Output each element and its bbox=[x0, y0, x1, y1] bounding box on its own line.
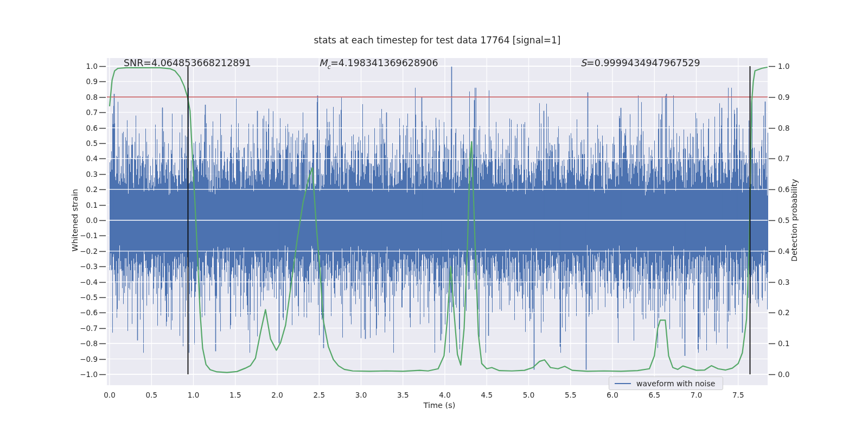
y-left-tick-label: −0.2 bbox=[64, 246, 98, 257]
y-left-tick-label: 0.1 bbox=[64, 200, 98, 210]
y-left-tick-label: 0.8 bbox=[64, 92, 98, 103]
y-left-tick-label: −1.0 bbox=[64, 369, 98, 380]
y-right-tick-label: 1.0 bbox=[778, 61, 812, 72]
annotation-snr-value: =4.064853668212891 bbox=[143, 58, 251, 68]
annotation-chirp-mass: Mc=4.198341369628906 bbox=[319, 58, 438, 71]
y-right-tick-label: 0.4 bbox=[778, 246, 812, 257]
y-left-tick-label: 0.5 bbox=[64, 138, 98, 149]
y-right-tick-label: 0.6 bbox=[778, 184, 812, 195]
y-left-tick-label: 0.4 bbox=[64, 153, 98, 164]
x-tick-label: 0.5 bbox=[139, 390, 163, 400]
y-left-tick-label: 0.2 bbox=[64, 184, 98, 195]
y-left-tick-label: −0.7 bbox=[64, 323, 98, 334]
x-tick-label: 0.0 bbox=[98, 390, 122, 400]
annotation-snr: SNR=4.064853668212891 bbox=[124, 58, 251, 68]
y-right-tick-label: 0.7 bbox=[778, 153, 812, 164]
legend-waveform-line-swatch bbox=[615, 383, 631, 384]
y-left-tick-label: −0.9 bbox=[64, 354, 98, 365]
annotation-s-prefix: S bbox=[580, 58, 586, 68]
y-right-tick-label: 0.9 bbox=[778, 92, 812, 103]
y-right-tick-label: 0.3 bbox=[778, 277, 812, 288]
x-tick-label: 1.0 bbox=[182, 390, 206, 400]
x-tick-label: 6.0 bbox=[601, 390, 624, 400]
y-right-tick-label: 0.8 bbox=[778, 123, 812, 133]
y-left-tick-label: 0.3 bbox=[64, 169, 98, 180]
x-tick-label: 2.5 bbox=[307, 390, 331, 400]
annotation-snr-prefix: SNR bbox=[124, 58, 143, 68]
legend[interactable]: waveform with noise bbox=[609, 376, 723, 390]
x-tick-label: 6.5 bbox=[642, 390, 666, 400]
x-tick-label: 7.5 bbox=[726, 390, 750, 400]
x-tick-label: 3.5 bbox=[391, 390, 415, 400]
y-left-tick-label: 1.0 bbox=[64, 61, 98, 72]
y-left-tick-label: −0.4 bbox=[64, 277, 98, 288]
legend-waveform-label: waveform with noise bbox=[636, 379, 715, 388]
y-left-tick-label: −0.1 bbox=[64, 230, 98, 241]
x-tick-label: 4.5 bbox=[475, 390, 499, 400]
annotation-mc-value: =4.198341369628906 bbox=[330, 58, 438, 68]
x-tick-label: 5.5 bbox=[559, 390, 583, 400]
x-tick-label: 5.0 bbox=[517, 390, 541, 400]
annotation-significance: S=0.9999434947967529 bbox=[580, 58, 700, 68]
y-left-tick-label: −0.3 bbox=[64, 261, 98, 272]
x-tick-label: 1.5 bbox=[224, 390, 247, 400]
x-axis-label: Time (s) bbox=[424, 401, 456, 410]
y-left-tick-label: 0.9 bbox=[64, 76, 98, 87]
x-tick-label: 2.0 bbox=[265, 390, 289, 400]
y-left-tick-label: −0.8 bbox=[64, 338, 98, 349]
y-right-tick-label: 0.2 bbox=[778, 307, 812, 318]
y-left-tick-label: 0.7 bbox=[64, 107, 98, 118]
annotation-s-value: =0.9999434947967529 bbox=[586, 58, 700, 68]
x-tick-label: 7.0 bbox=[685, 390, 709, 400]
x-tick-label: 4.0 bbox=[433, 390, 457, 400]
y-right-tick-label: 0.1 bbox=[778, 338, 812, 349]
y-left-tick-label: 0.6 bbox=[64, 123, 98, 133]
y-left-tick-label: 0.0 bbox=[64, 215, 98, 226]
x-tick-label: 3.0 bbox=[349, 390, 373, 400]
annotation-mc-prefix: M bbox=[319, 58, 327, 68]
y-right-tick-label: 0.5 bbox=[778, 215, 812, 226]
y-left-tick-label: −0.6 bbox=[64, 307, 98, 318]
chart-title: stats at each timestep for test data 177… bbox=[107, 35, 768, 46]
y-left-tick-label: −0.5 bbox=[64, 292, 98, 303]
y-right-tick-label: 0.0 bbox=[778, 369, 812, 380]
figure: stats at each timestep for test data 177… bbox=[0, 0, 868, 434]
